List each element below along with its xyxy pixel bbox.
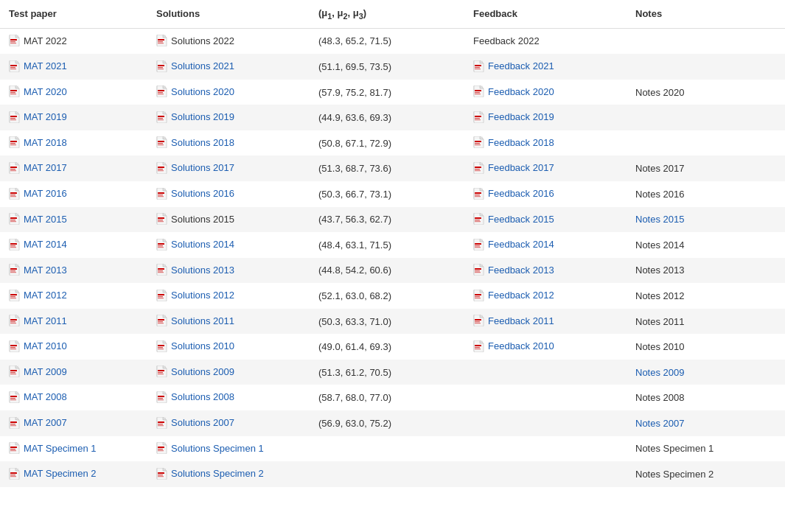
cell-paper: MAT 2013 — [0, 258, 147, 284]
svg-rect-157 — [475, 294, 481, 295]
feedback-link[interactable]: Feedback 2018 — [488, 137, 554, 148]
svg-rect-63 — [158, 143, 163, 144]
svg-rect-107 — [158, 217, 164, 219]
pdf-icon — [156, 35, 168, 46]
paper-link[interactable]: MAT 2020 — [24, 86, 67, 97]
cell-feedback — [464, 385, 627, 410]
svg-rect-198 — [158, 372, 163, 373]
solutions-link[interactable]: Solutions 2013 — [171, 265, 234, 276]
svg-rect-74 — [10, 170, 16, 171]
pdf-icon — [473, 111, 485, 123]
svg-rect-183 — [158, 347, 163, 348]
pdf-icon — [156, 264, 168, 276]
paper-link[interactable]: MAT 2011 — [24, 315, 67, 326]
paper-link[interactable]: MAT 2013 — [24, 265, 67, 276]
svg-rect-163 — [10, 321, 15, 322]
feedback-link[interactable]: Feedback 2013 — [488, 265, 554, 276]
svg-rect-54 — [475, 119, 481, 120]
svg-rect-44 — [10, 119, 16, 120]
svg-rect-197 — [158, 370, 164, 371]
paper-link[interactable]: MAT 2019 — [24, 111, 67, 122]
cell-notes: Notes 2008 — [627, 385, 785, 410]
pdf-icon — [156, 85, 168, 97]
svg-rect-118 — [10, 245, 15, 246]
cell-solutions: Solutions 2020 — [147, 80, 310, 105]
svg-rect-78 — [158, 169, 163, 169]
solutions-link[interactable]: Solutions 2012 — [171, 290, 234, 301]
svg-rect-43 — [10, 118, 15, 119]
solutions-link[interactable]: Solutions 2010 — [171, 340, 234, 351]
feedback-link[interactable]: Feedback 2021 — [488, 60, 554, 71]
solutions-link[interactable]: Solutions 2020 — [171, 86, 234, 97]
column-header-paper: Test paper — [0, 0, 147, 28]
cell-notes — [627, 28, 785, 54]
notes-link[interactable]: Notes 2015 — [635, 214, 685, 225]
solutions-link[interactable]: Solutions 2008 — [171, 391, 234, 402]
solutions-link[interactable]: Solutions 2009 — [171, 366, 234, 377]
svg-rect-147 — [10, 294, 17, 295]
paper-link[interactable]: MAT 2016 — [24, 188, 67, 199]
cell-solutions: Solutions 2014 — [147, 232, 310, 258]
cell-solutions: Solutions 2019 — [147, 105, 310, 130]
cell-notes: Notes 2016 — [627, 181, 785, 207]
cell-notes: Notes 2017 — [627, 155, 785, 181]
svg-rect-167 — [158, 319, 164, 321]
paper-link[interactable]: MAT 2007 — [24, 417, 67, 428]
paper-link[interactable]: MAT 2010 — [24, 340, 67, 351]
paper-link[interactable]: MAT 2014 — [24, 239, 67, 250]
pdf-icon — [9, 188, 21, 200]
notes-link[interactable]: Notes 2007 — [635, 418, 685, 429]
cell-feedback: Feedback 2015 — [464, 207, 627, 233]
cell-notes: Notes 2012 — [627, 283, 785, 309]
feedback-link[interactable]: Feedback 2010 — [488, 340, 554, 351]
cell-feedback: Feedback 2020 — [464, 80, 627, 105]
solutions-link[interactable]: Solutions Specimen 2 — [171, 468, 264, 479]
feedback-link[interactable]: Feedback 2015 — [488, 214, 554, 225]
notes-link[interactable]: Notes 2009 — [635, 367, 685, 378]
cell-notes: Notes 2011 — [627, 309, 785, 335]
svg-rect-112 — [475, 217, 481, 219]
solutions-link[interactable]: Solutions 2007 — [171, 417, 234, 428]
solutions-link[interactable]: Solutions 2011 — [171, 315, 234, 326]
solutions-link[interactable]: Solutions Specimen 1 — [171, 443, 264, 454]
paper-link[interactable]: MAT 2012 — [24, 290, 67, 301]
solutions-link[interactable]: Solutions 2017 — [171, 162, 234, 173]
svg-rect-103 — [10, 220, 15, 220]
paper-link[interactable]: MAT Specimen 2 — [24, 468, 97, 479]
paper-link[interactable]: MAT 2021 — [24, 60, 67, 71]
cell-feedback — [464, 436, 627, 462]
cell-feedback: Feedback 2013 — [464, 258, 627, 284]
paper-link[interactable]: MAT 2018 — [24, 137, 67, 148]
svg-rect-228 — [158, 449, 163, 449]
solutions-link[interactable]: Solutions 2016 — [171, 188, 234, 199]
svg-rect-47 — [158, 116, 164, 117]
cell-solutions: Solutions 2018 — [147, 130, 310, 156]
feedback-link[interactable]: Feedback 2019 — [488, 111, 554, 122]
solutions-link[interactable]: Solutions 2021 — [171, 60, 234, 71]
svg-rect-28 — [10, 92, 15, 93]
solutions-link[interactable]: Solutions 2018 — [171, 137, 234, 148]
feedback-link[interactable]: Feedback 2016 — [488, 188, 554, 199]
pdf-icon — [473, 340, 485, 352]
feedback-link[interactable]: Feedback 2014 — [488, 239, 554, 250]
solutions-link[interactable]: Solutions 2019 — [171, 111, 234, 122]
feedback-link[interactable]: Feedback 2012 — [488, 290, 554, 301]
paper-link[interactable]: MAT 2015 — [24, 214, 67, 225]
paper-link[interactable]: MAT 2008 — [24, 391, 67, 402]
svg-rect-178 — [10, 347, 15, 348]
svg-rect-129 — [475, 247, 481, 248]
table-row: MAT 2018 Solutions 2018(50.8, 67.1, 72.9… — [0, 130, 785, 156]
cell-solutions: Solutions 2008 — [147, 385, 310, 410]
paper-link[interactable]: MAT 2009 — [24, 366, 67, 377]
cell-feedback: Feedback 2016 — [464, 181, 627, 207]
svg-rect-173 — [475, 321, 480, 322]
feedback-link[interactable]: Feedback 2011 — [488, 315, 554, 326]
solutions-link[interactable]: Solutions 2014 — [171, 239, 234, 250]
svg-rect-144 — [475, 272, 481, 273]
feedback-link[interactable]: Feedback 2020 — [488, 86, 554, 97]
paper-link[interactable]: MAT Specimen 1 — [24, 443, 97, 454]
svg-rect-72 — [10, 167, 17, 168]
paper-link[interactable]: MAT 2017 — [24, 162, 67, 173]
cell-notes — [627, 54, 785, 80]
feedback-link[interactable]: Feedback 2017 — [488, 162, 554, 173]
